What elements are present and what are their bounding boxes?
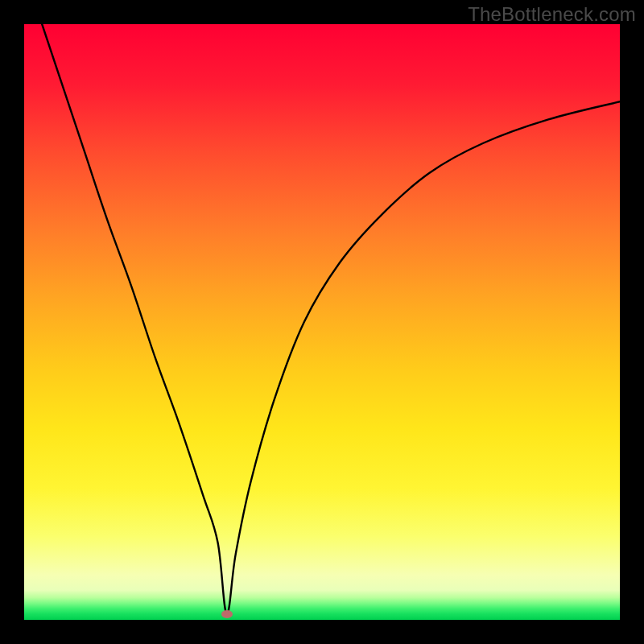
bottleneck-curve [24,24,620,620]
watermark-text: TheBottleneck.com [468,3,636,26]
plot-area [24,24,620,620]
curve-path [42,24,620,614]
curve-min-marker [221,610,233,618]
chart-frame: TheBottleneck.com [0,0,644,644]
